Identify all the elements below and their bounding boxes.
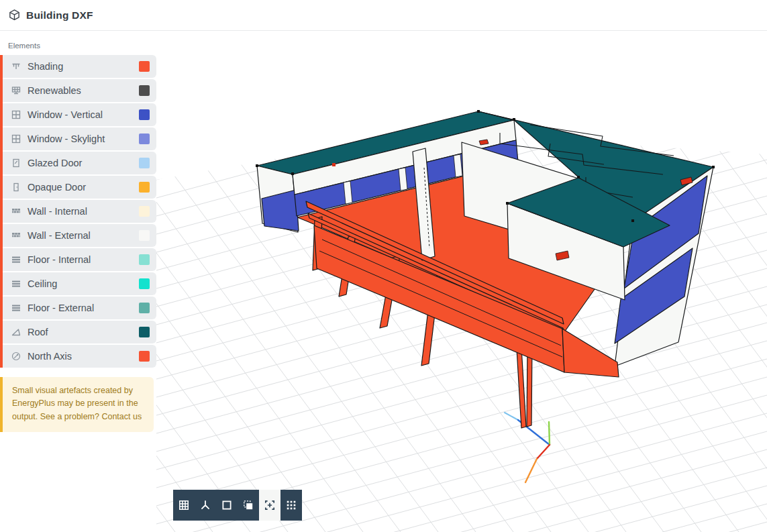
building-geometry: [256, 110, 715, 428]
glazed-door-icon: [11, 158, 21, 168]
element-label: Opaque Door: [28, 182, 86, 193]
view-toolbar: [173, 490, 302, 521]
element-label: Window - Skylight: [28, 134, 105, 144]
roof-slope-icon: [11, 327, 21, 337]
element-color-swatch: [139, 158, 150, 168]
element-label: Ceiling: [28, 278, 57, 289]
stacked-squares-icon: [242, 499, 254, 511]
layer-lines-icon: [11, 278, 21, 289]
square-outline-icon: [221, 499, 233, 511]
cube-icon: [8, 9, 21, 21]
element-item-wall-external[interactable]: Wall - External: [3, 224, 156, 247]
element-label: Renewables: [28, 85, 81, 96]
element-item-wall-internal[interactable]: Wall - Internal: [3, 200, 156, 223]
element-color-swatch: [139, 278, 150, 289]
layer-lines-icon: [11, 254, 21, 265]
window-grid-icon: [11, 109, 21, 120]
element-color-swatch: [139, 182, 150, 193]
element-label: Window - Vertical: [28, 109, 103, 120]
element-color-swatch: [139, 109, 150, 120]
brick-wall-icon: [11, 230, 21, 241]
app-header: Building DXF: [0, 0, 767, 31]
element-item-window-vertical[interactable]: Window - Vertical: [3, 103, 156, 126]
element-item-renewables[interactable]: Renewables: [3, 79, 156, 102]
fit-view-button[interactable]: [259, 490, 280, 521]
window-grid-icon: [11, 134, 21, 144]
solar-panel-icon: [11, 85, 21, 96]
element-color-swatch: [139, 61, 150, 72]
element-label: North Axis: [28, 351, 72, 362]
element-color-swatch: [139, 254, 150, 265]
texture-grid-button[interactable]: [280, 490, 302, 521]
element-item-floor-internal[interactable]: Floor - Internal: [3, 248, 156, 271]
element-color-swatch: [139, 303, 150, 313]
layers-button[interactable]: [238, 490, 259, 521]
element-color-swatch: [139, 351, 150, 362]
wireframe-button[interactable]: [216, 490, 238, 521]
pixel-grid-icon: [178, 499, 190, 511]
dot-grid-icon: [285, 499, 297, 511]
axes-tripod-icon: [199, 499, 211, 511]
element-label: Glazed Door: [28, 158, 82, 168]
compass-icon: [11, 351, 21, 362]
elements-sidebar: Elements ShadingRenewablesWindow - Verti…: [0, 31, 156, 532]
element-label: Floor - External: [28, 303, 94, 313]
element-color-swatch: [139, 134, 150, 144]
brick-wall-icon: [11, 206, 21, 217]
page-title: Building DXF: [26, 9, 93, 21]
element-color-swatch: [139, 206, 150, 217]
axes-button[interactable]: [195, 490, 216, 521]
element-item-glazed-door[interactable]: Glazed Door: [3, 152, 156, 174]
elements-section-label: Elements: [8, 42, 156, 50]
element-color-swatch: [139, 327, 150, 337]
opaque-door-icon: [11, 182, 21, 193]
element-label: Roof: [28, 327, 48, 337]
element-label: Wall - Internal: [28, 206, 87, 217]
contact-us-link[interactable]: Contact us: [101, 412, 142, 421]
element-item-floor-external[interactable]: Floor - External: [3, 297, 156, 319]
view-grid-button[interactable]: [173, 490, 195, 521]
element-color-swatch: [139, 230, 150, 241]
element-color-swatch: [139, 85, 150, 96]
element-item-roof[interactable]: Roof: [3, 321, 156, 343]
element-item-ceiling[interactable]: Ceiling: [3, 272, 156, 295]
building-3d-model[interactable]: [156, 31, 767, 532]
element-label: Floor - Internal: [28, 254, 91, 265]
awning-icon: [11, 61, 21, 72]
element-label: Shading: [28, 61, 63, 72]
element-item-shading[interactable]: Shading: [3, 55, 156, 78]
element-label: Wall - External: [28, 230, 91, 241]
dashed-crosshair-icon: [264, 499, 276, 511]
model-viewport[interactable]: [156, 31, 767, 532]
element-item-opaque-door[interactable]: Opaque Door: [3, 176, 156, 199]
element-item-window-skylight[interactable]: Window - Skylight: [3, 127, 156, 150]
energyplus-note: Small visual artefacts created by Energy…: [0, 377, 154, 432]
element-legend-list: ShadingRenewablesWindow - VerticalWindow…: [0, 55, 156, 368]
element-item-north-axis[interactable]: North Axis: [3, 345, 156, 368]
layer-lines-icon: [11, 303, 21, 313]
